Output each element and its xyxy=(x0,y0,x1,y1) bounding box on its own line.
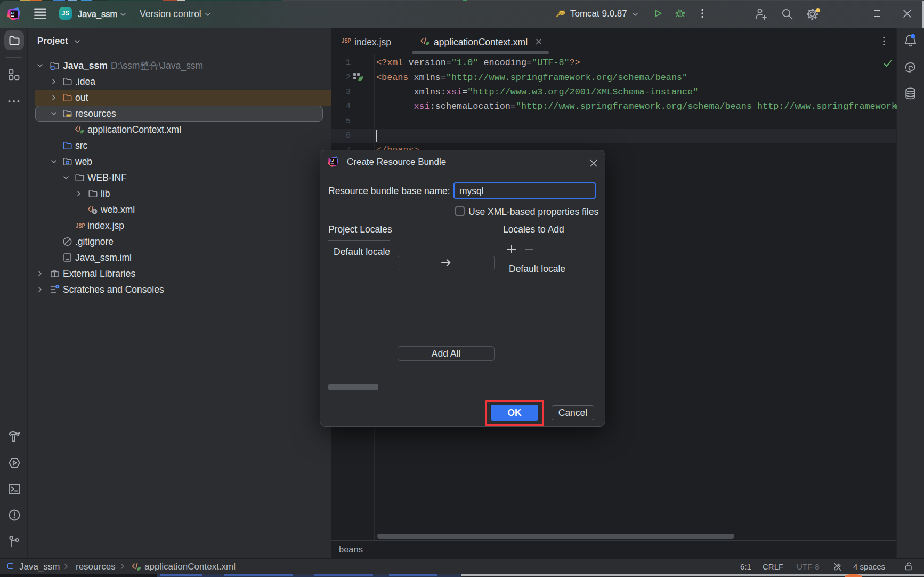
svg-text:IJ: IJ xyxy=(11,11,14,15)
svg-text:IJ: IJ xyxy=(330,158,334,162)
